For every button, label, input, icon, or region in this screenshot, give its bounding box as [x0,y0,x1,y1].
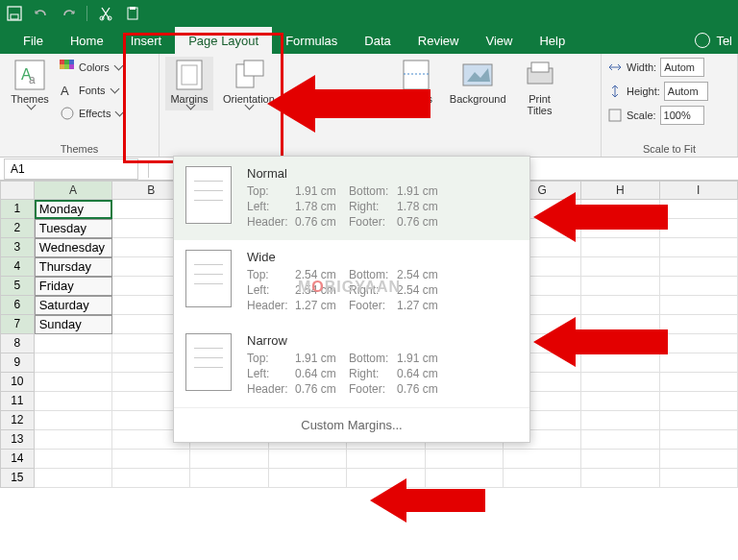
paste-icon[interactable] [124,5,141,22]
cell[interactable]: Wednesday [35,238,112,257]
cell[interactable] [426,469,504,488]
cell[interactable] [581,353,659,373]
tab-view[interactable]: View [472,27,526,54]
tab-insert[interactable]: Insert [117,27,176,54]
cell[interactable] [347,450,425,469]
redo-icon[interactable] [60,5,77,22]
cell[interactable] [347,469,425,488]
background-button[interactable]: Background [446,57,510,107]
save-icon[interactable] [6,5,23,22]
themes-button[interactable]: Aa Themes [6,57,54,110]
tab-help[interactable]: Help [526,27,578,54]
cell[interactable] [660,373,738,392]
cell[interactable] [581,277,659,296]
cell[interactable]: Tuesday [35,219,112,238]
cell[interactable]: Sunday [35,315,112,334]
row-header[interactable]: 12 [0,411,35,430]
row-header[interactable]: 1 [0,200,35,219]
tab-file[interactable]: File [10,27,57,54]
cell[interactable] [581,200,659,219]
cell[interactable] [35,373,112,392]
cell[interactable] [660,353,738,373]
cell[interactable] [660,334,738,353]
cut-icon[interactable] [97,5,114,22]
breaks-button[interactable]: Breaks [392,57,440,110]
tab-home[interactable]: Home [57,27,117,54]
cell[interactable] [581,392,659,411]
cell[interactable] [269,450,347,469]
margins-option-normal[interactable]: Normal Top:1.91 cmBottom:1.91 cm Left:1.… [174,157,529,240]
orientation-button[interactable]: Orientation [219,57,279,110]
tab-page-layout[interactable]: Page Layout [175,27,272,54]
row-header[interactable]: 3 [0,238,35,257]
cell[interactable] [660,315,738,334]
row-header[interactable]: 15 [0,469,35,488]
cell[interactable] [581,450,659,469]
cell[interactable] [35,469,112,488]
undo-icon[interactable] [33,5,50,22]
margins-option-narrow[interactable]: Narrow Top:1.91 cmBottom:1.91 cm Left:0.… [174,324,529,407]
tell-me[interactable]: Tel [695,27,738,54]
cell[interactable]: Thursday [35,257,112,277]
effects-button[interactable]: Effects [60,103,123,124]
row-header[interactable]: 9 [0,353,35,373]
row-header[interactable]: 14 [0,450,35,469]
print-titles-button[interactable]: Print Titles [516,57,564,118]
row-header[interactable]: 8 [0,334,35,353]
cell[interactable] [581,334,659,353]
cell[interactable] [190,450,268,469]
scale-input[interactable]: 100% [660,106,704,125]
cell[interactable] [35,392,112,411]
cell[interactable] [112,450,190,469]
tab-data[interactable]: Data [351,27,404,54]
cell[interactable] [660,219,738,238]
cell[interactable]: Monday [35,200,112,219]
column-header[interactable]: I [660,181,738,200]
width-input[interactable]: Autom [660,58,704,77]
colors-button[interactable]: Colors [60,57,123,78]
cell[interactable] [35,450,112,469]
cell[interactable] [504,450,581,469]
cell[interactable] [581,257,659,277]
cell[interactable] [269,469,347,488]
cell[interactable] [660,257,738,277]
cell[interactable] [504,469,581,488]
cell[interactable]: Saturday [35,296,112,315]
cell[interactable] [660,469,738,488]
cell[interactable] [35,411,112,430]
row-header[interactable]: 7 [0,315,35,334]
tab-formulas[interactable]: Formulas [272,27,351,54]
cell[interactable] [660,430,738,450]
cell[interactable] [581,219,659,238]
name-box[interactable]: A1 [4,158,138,180]
cell[interactable] [660,200,738,219]
cell[interactable] [35,334,112,353]
cell[interactable] [581,315,659,334]
cell[interactable] [581,430,659,450]
cell[interactable] [581,469,659,488]
custom-margins-item[interactable]: Custom Margins... [174,407,529,442]
cell[interactable] [660,238,738,257]
cell[interactable] [660,296,738,315]
cell[interactable] [581,411,659,430]
row-header[interactable]: 11 [0,392,35,411]
row-header[interactable]: 13 [0,430,35,450]
row-header[interactable]: 2 [0,219,35,238]
cell[interactable] [660,450,738,469]
fonts-button[interactable]: AFonts [60,80,123,101]
cell[interactable] [112,469,190,488]
row-header[interactable]: 10 [0,373,35,392]
cell[interactable]: Friday [35,277,112,296]
cell[interactable] [660,411,738,430]
cell[interactable] [581,373,659,392]
print-area-button[interactable]: Area [338,57,386,110]
cell[interactable] [35,430,112,450]
row-header[interactable]: 4 [0,257,35,277]
margins-option-wide[interactable]: Wide Top:2.54 cmBottom:2.54 cm Left:2.54… [174,240,529,324]
cell[interactable] [35,353,112,373]
cell[interactable] [426,450,504,469]
select-all-corner[interactable] [0,181,35,200]
column-header[interactable]: A [35,181,112,200]
height-input[interactable]: Autom [664,82,708,101]
cell[interactable] [581,296,659,315]
